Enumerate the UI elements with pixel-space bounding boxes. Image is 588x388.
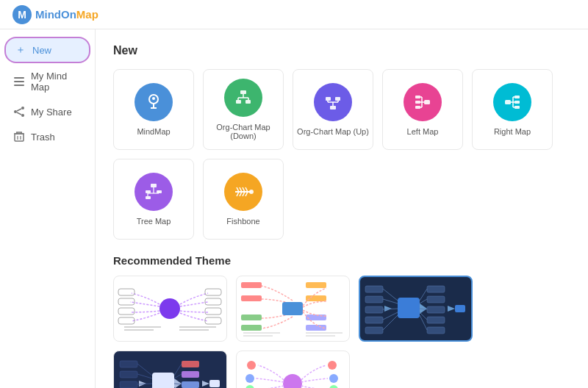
svg-point-155 [329,385,338,388]
content-area: New MindMap [96,29,588,388]
svg-rect-107 [427,296,445,303]
fishbone-label: Fishbone [226,217,259,226]
svg-point-148 [283,374,302,388]
map-card-org-chart-down[interactable]: Org-Chart Map (Down) [203,69,284,150]
svg-rect-88 [241,325,262,331]
svg-point-154 [329,374,338,383]
svg-rect-98 [365,286,383,292]
trash-icon [13,131,25,143]
svg-rect-22 [236,100,241,104]
svg-line-112 [383,299,398,303]
theme-card-1[interactable] [113,276,227,342]
map-card-fishbone[interactable]: Fishbone [203,159,284,240]
main-layout: ＋ New My Mind Map My Share Trash New [0,29,588,388]
svg-line-141 [174,364,182,376]
svg-rect-128 [152,373,174,388]
fishbone-icon [224,173,262,211]
svg-rect-35 [424,100,430,104]
tree-map-label: Tree Map [137,217,171,226]
svg-rect-10 [15,134,24,141]
svg-rect-101 [365,317,383,323]
left-map-icon [404,83,442,121]
svg-rect-30 [335,97,340,101]
svg-rect-87 [241,315,262,320]
svg-point-71 [249,190,254,194]
svg-line-117 [420,299,427,303]
svg-marker-129 [174,378,182,388]
svg-line-9 [17,112,21,115]
svg-rect-122 [455,305,465,312]
sidebar-item-new[interactable]: ＋ New [4,37,90,63]
svg-rect-37 [415,101,420,104]
map-card-org-chart-up[interactable]: Org-Chart Map (Up) [293,69,373,150]
svg-rect-89 [282,302,303,315]
svg-rect-54 [146,190,151,193]
sidebar-item-my-mind-map[interactable]: My Mind Map [4,65,90,98]
svg-rect-3 [14,81,24,82]
svg-line-120 [420,315,427,330]
svg-rect-45 [514,96,520,98]
svg-line-142 [174,374,182,378]
theme-card-3[interactable] [359,276,473,342]
org-chart-up-icon [314,83,352,121]
svg-rect-53 [151,184,157,187]
svg-line-111 [383,289,398,301]
recommended-theme-title: Recommended Theme [113,254,570,267]
svg-rect-75 [118,308,135,315]
svg-rect-47 [514,106,520,109]
sidebar-item-my-share-label: My Share [31,107,72,118]
map-card-left-map[interactable]: Left Map [382,69,463,150]
svg-rect-80 [205,317,221,324]
svg-point-151 [245,385,254,388]
svg-rect-73 [118,289,135,295]
svg-rect-103 [398,298,420,318]
theme-card-4[interactable] [113,351,227,388]
svg-rect-110 [427,327,445,334]
svg-rect-36 [415,96,420,98]
theme-grid [113,276,570,388]
svg-rect-38 [415,106,420,109]
svg-rect-92 [306,315,326,320]
logo[interactable]: M MindOnMap [12,4,98,25]
map-card-right-map[interactable]: Right Map [472,69,553,150]
svg-rect-147 [209,380,220,387]
svg-rect-29 [326,97,331,101]
new-section-title: New [113,44,570,57]
svg-line-116 [420,289,427,301]
list-icon [13,76,25,87]
svg-line-137 [137,374,152,378]
theme-card-5[interactable] [236,351,350,388]
svg-point-6 [14,110,17,113]
svg-rect-133 [182,381,199,388]
sidebar: ＋ New My Mind Map My Share Trash [0,29,96,388]
svg-point-20 [152,97,155,100]
theme-card-2[interactable] [236,276,350,342]
svg-rect-99 [365,296,383,303]
svg-rect-46 [514,101,520,104]
svg-line-8 [17,109,21,111]
svg-rect-90 [306,282,326,288]
svg-text:M: M [18,9,26,21]
mindmap-icon [135,83,173,121]
svg-point-150 [245,374,254,383]
svg-rect-2 [14,77,24,79]
sidebar-item-my-mind-map-label: My Mind Map [31,71,82,93]
sidebar-item-new-label: New [32,45,51,56]
mindmap-label: MindMap [137,127,170,136]
left-map-label: Left Map [407,127,439,136]
sidebar-item-trash[interactable]: Trash [4,125,90,148]
svg-line-115 [383,315,398,330]
svg-rect-28 [330,106,336,109]
svg-rect-124 [120,371,137,378]
map-type-grid: MindMap Org-Chart Map (Down) [113,69,570,240]
svg-rect-55 [146,196,151,199]
map-card-mindmap[interactable]: MindMap [113,69,194,150]
plus-icon: ＋ [15,44,26,56]
svg-rect-76 [118,317,135,324]
svg-rect-123 [120,361,137,367]
svg-marker-105 [384,306,392,312]
map-card-tree-map[interactable]: Tree Map [113,159,194,240]
share-icon [13,106,25,118]
svg-rect-86 [241,295,262,301]
sidebar-item-my-share[interactable]: My Share [4,100,90,123]
